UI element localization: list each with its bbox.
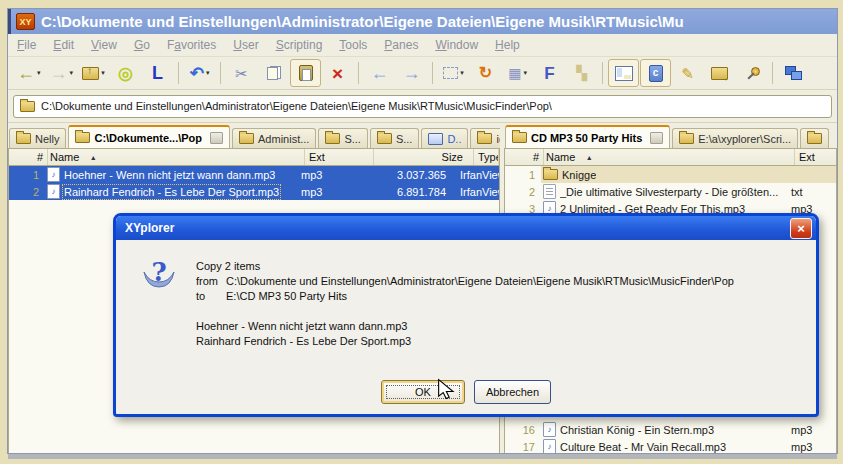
paste-icon: [299, 65, 313, 81]
column-header-name[interactable]: Name▴: [48, 149, 305, 165]
left-tab-1[interactable]: C:\Dokumente...\Pop: [68, 125, 230, 148]
edit-button[interactable]: ✎: [672, 59, 703, 87]
undo-button[interactable]: ↶▾: [184, 59, 215, 87]
desktop-background: XY C:\Dokumente und Einstellungen\Admini…: [0, 0, 843, 464]
filter-f-button[interactable]: F: [534, 59, 565, 87]
right-tab-2[interactable]: [800, 128, 829, 148]
address-input[interactable]: C:\Dokumente und Einstellungen\Administr…: [13, 95, 832, 118]
pin-button[interactable]: [736, 59, 767, 87]
dialog-title-bar[interactable]: XYplorer ×: [116, 216, 816, 240]
toolbar: ←▾→▾▾◎L↶▾✂×←→▾↻▦▾F▚✎: [8, 57, 837, 90]
file-row[interactable]: 2♪Rainhard Fendrich - Es Lebe Der Sport.…: [9, 183, 499, 200]
right-tab-1[interactable]: E:\a\xyplorer\Scri...: [672, 128, 798, 148]
left-tab-6[interactable]: ico: [470, 128, 500, 148]
file-name-text: Knigge: [562, 169, 596, 181]
cancel-button[interactable]: Abbrechen: [474, 380, 551, 404]
dialog-file-name: Hoehner - Wenn nicht jetzt wann dann.mp3: [196, 319, 734, 334]
mp3-file-icon: ♪: [543, 422, 556, 437]
dialog-close-button[interactable]: ×: [790, 218, 812, 239]
column-header-label: Name: [546, 151, 575, 163]
delete-button[interactable]: ×: [322, 59, 353, 87]
back-button[interactable]: ←▾: [13, 59, 45, 87]
location-l-button[interactable]: L: [142, 59, 173, 87]
file-row[interactable]: 1Knigge: [505, 166, 836, 183]
go-left-icon: ←: [371, 64, 389, 82]
tab-label: S...: [396, 133, 413, 145]
toolbar-separator: [358, 62, 359, 84]
menu-bar: FileEditViewGoFavoritesUserScriptingTool…: [8, 34, 837, 57]
file-row[interactable]: 17♪Culture Beat - Mr Vain Recall.mp3mp3: [505, 438, 836, 453]
menu-panes[interactable]: Panes: [384, 38, 418, 52]
folder-icon: [477, 133, 492, 144]
select-button[interactable]: ▾: [438, 59, 469, 87]
goto-folder-button[interactable]: [704, 59, 735, 87]
forward-button[interactable]: →▾: [46, 59, 78, 87]
column-header-num[interactable]: #: [505, 149, 544, 165]
menu-window[interactable]: Window: [435, 38, 478, 52]
left-tab-3[interactable]: S...: [318, 128, 368, 148]
file-row[interactable]: 16♪Christian König - Ein Stern.mp3mp3: [505, 421, 836, 438]
column-header-ext[interactable]: Ext: [305, 149, 374, 165]
file-name: ♪Culture Beat - Mr Vain Recall.mp3: [541, 438, 787, 453]
up-button[interactable]: ▾: [78, 59, 109, 87]
views-icon: ▦: [508, 66, 521, 80]
left-tab-5[interactable]: D..: [421, 128, 468, 148]
views-button[interactable]: ▦▾: [502, 59, 533, 87]
copy-button[interactable]: [258, 59, 289, 87]
dialog-message: Copy 2 items: [196, 259, 734, 274]
menu-tools[interactable]: Tools: [339, 38, 367, 52]
cut-button[interactable]: ✂: [226, 59, 257, 87]
network-button[interactable]: [778, 59, 809, 87]
left-tab-2[interactable]: Administ...: [232, 128, 316, 148]
go-left-button[interactable]: ←: [364, 59, 395, 87]
menu-help[interactable]: Help: [495, 38, 520, 52]
file-name: ♪Hoehner - Wenn nicht jetzt wann dann.mp…: [45, 166, 297, 183]
tab-label: Administ...: [258, 133, 309, 145]
panes-button[interactable]: [608, 59, 639, 87]
address-path: C:\Dokumente und Einstellungen\Administr…: [41, 100, 552, 112]
menu-user[interactable]: User: [233, 38, 258, 52]
menu-edit[interactable]: Edit: [53, 38, 74, 52]
file-row[interactable]: 2_Die ultimative Silvesterparty - Die gr…: [505, 183, 836, 200]
column-header-name[interactable]: Name▴: [544, 149, 795, 165]
copy-confirm-dialog: XYplorer × ? Copy 2 items fromC:\Dokumen…: [113, 213, 819, 417]
column-header-num[interactable]: #: [9, 149, 48, 165]
column-header-type[interactable]: Type: [474, 149, 499, 165]
toolbar-separator: [772, 62, 773, 84]
folder-icon: [807, 133, 822, 144]
menu-go[interactable]: Go: [134, 38, 150, 52]
catalog-button[interactable]: [640, 59, 671, 87]
file-row[interactable]: 1♪Hoehner - Wenn nicht jetzt wann dann.m…: [9, 166, 499, 183]
filter-f-icon: F: [544, 65, 554, 82]
right-tab-0[interactable]: CD MP3 50 Party Hits: [505, 125, 670, 148]
go-right-button[interactable]: →: [396, 59, 427, 87]
menu-view[interactable]: View: [91, 38, 117, 52]
title-bar[interactable]: XY C:\Dokumente und Einstellungen\Admini…: [8, 9, 837, 34]
dialog-path-line: fromC:\Dokumente und Einstellungen\Admin…: [196, 274, 734, 289]
left-tab-0[interactable]: Nelly: [9, 128, 66, 148]
column-header-label: Name: [50, 151, 79, 163]
sync-button[interactable]: ↻: [470, 59, 501, 87]
column-header-size[interactable]: Size: [374, 149, 474, 165]
dialog-path-line: toE:\CD MP3 50 Party Hits: [196, 289, 734, 304]
path-prefix: to: [196, 289, 226, 304]
select-icon: [443, 67, 458, 79]
row-number: 1: [9, 166, 45, 183]
hotlist-button[interactable]: ◎: [110, 59, 141, 87]
file-name-text: Christian König - Ein Stern.mp3: [560, 424, 714, 436]
tab-label: C:\Dokumente...\Pop: [94, 132, 202, 144]
paste-button[interactable]: [290, 59, 321, 87]
menu-file[interactable]: File: [17, 38, 36, 52]
left-tab-4[interactable]: S...: [370, 128, 420, 148]
menu-scripting[interactable]: Scripting: [276, 38, 323, 52]
folder-icon: [75, 132, 90, 143]
column-header-ext[interactable]: Ext: [795, 149, 837, 165]
checker-button[interactable]: ▚: [566, 59, 597, 87]
dropdown-caret-icon: ▾: [70, 69, 74, 77]
right-tab-bar: CD MP3 50 Party HitsE:\a\xyplorer\Scri..…: [504, 123, 837, 148]
file-type: IrfanView M...: [456, 183, 499, 200]
path-value: C:\Dokumente und Einstellungen\Administr…: [226, 274, 734, 289]
edit-icon: ✎: [681, 66, 694, 81]
menu-favorites[interactable]: Favorites: [167, 38, 216, 52]
xyplorer-logo-icon: XY: [16, 13, 35, 30]
